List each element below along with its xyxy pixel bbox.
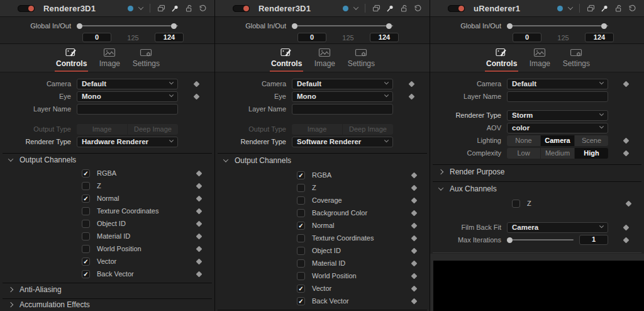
segment-camera[interactable]: Camera — [541, 135, 574, 146]
copy-icon[interactable] — [157, 4, 165, 13]
node-enable-toggle[interactable] — [448, 5, 465, 12]
lock-open-icon[interactable] — [400, 4, 408, 13]
checkbox[interactable] — [82, 220, 90, 228]
slider-handle[interactable] — [507, 237, 513, 243]
global-out-input[interactable]: 124 — [585, 33, 614, 42]
global-in-input[interactable]: 0 — [82, 33, 111, 42]
tab-controls[interactable]: Controls — [484, 45, 519, 72]
segment-image[interactable]: Image — [292, 124, 342, 135]
tab-controls[interactable]: Controls — [54, 45, 89, 72]
keyframe-diamond-icon[interactable] — [411, 235, 417, 241]
camera-select[interactable]: Default — [292, 79, 393, 89]
keyframe-diamond-icon[interactable] — [411, 222, 417, 229]
checkbox[interactable] — [297, 247, 305, 255]
section-output-channels[interactable]: Output Channels — [0, 154, 214, 166]
film-back-fit-select[interactable]: Camera — [507, 222, 608, 233]
keyframe-diamond-icon[interactable] — [196, 220, 202, 227]
keyframe-diamond-icon[interactable] — [411, 260, 417, 266]
checkbox[interactable] — [82, 232, 90, 240]
eye-select[interactable]: Mono — [77, 91, 178, 102]
keyframe-diamond-icon[interactable] — [193, 93, 199, 99]
segment-deep-image[interactable]: Deep Image — [343, 124, 393, 135]
checkbox[interactable] — [82, 245, 90, 253]
lock-open-icon[interactable] — [614, 4, 623, 13]
max-iterations-input[interactable]: 1 — [579, 235, 608, 245]
keyframe-diamond-icon[interactable] — [411, 273, 417, 279]
keyframe-diamond-icon[interactable] — [196, 233, 202, 239]
reset-icon[interactable] — [199, 4, 207, 13]
chevron-down-icon[interactable] — [353, 4, 358, 9]
max-iterations-slider[interactable] — [507, 235, 574, 245]
global-in-out-slider[interactable] — [292, 21, 393, 31]
keyframe-diamond-icon[interactable] — [411, 298, 417, 304]
pin-icon[interactable] — [171, 4, 179, 13]
aov-select[interactable]: color — [507, 123, 608, 133]
pin-icon[interactable] — [601, 4, 609, 13]
copy-icon[interactable] — [372, 4, 380, 13]
keyframe-diamond-icon[interactable] — [196, 271, 202, 277]
version-color-dot[interactable] — [128, 6, 133, 11]
camera-select[interactable]: Default — [77, 79, 178, 89]
checkbox[interactable] — [297, 184, 305, 192]
keyframe-diamond-icon[interactable] — [623, 224, 630, 230]
tab-image[interactable]: Image — [309, 45, 340, 72]
checkbox[interactable] — [512, 200, 520, 208]
keyframe-diamond-icon[interactable] — [411, 285, 417, 291]
global-in-out-slider[interactable] — [77, 21, 178, 31]
keyframe-diamond-icon[interactable] — [411, 210, 417, 216]
slider-handle-in[interactable] — [292, 23, 297, 29]
checkbox[interactable] — [82, 182, 90, 190]
layer-name-input[interactable] — [77, 104, 178, 115]
global-in-input[interactable]: 0 — [513, 33, 541, 42]
keyframe-diamond-icon[interactable] — [196, 208, 202, 214]
keyframe-diamond-icon[interactable] — [196, 195, 202, 201]
slider-handle-out[interactable] — [386, 23, 392, 29]
checkbox[interactable] — [297, 259, 305, 268]
checkbox[interactable]: ✓ — [297, 285, 305, 293]
keyframe-diamond-icon[interactable] — [408, 93, 414, 99]
node-enable-toggle[interactable] — [233, 5, 250, 12]
checkbox[interactable] — [297, 196, 305, 205]
eye-select[interactable]: Mono — [292, 91, 393, 102]
tab-settings[interactable]: Settings — [560, 45, 592, 72]
section-render-purpose[interactable]: Render Purpose — [430, 165, 644, 179]
layer-name-input[interactable] — [292, 104, 393, 115]
checkbox[interactable] — [297, 209, 305, 217]
reset-icon[interactable] — [628, 4, 636, 13]
global-out-input[interactable]: 124 — [155, 33, 184, 42]
node-enable-toggle[interactable] — [18, 5, 35, 12]
keyframe-diamond-icon[interactable] — [623, 137, 630, 144]
chevron-down-icon[interactable] — [138, 4, 143, 9]
checkbox[interactable]: ✓ — [82, 270, 90, 278]
renderer-type-select[interactable]: Software Renderer — [292, 137, 393, 147]
section-anti-aliasing[interactable]: Anti-Aliasing — [0, 283, 214, 295]
keyframe-diamond-icon[interactable] — [193, 81, 199, 87]
keyframe-diamond-icon[interactable] — [408, 81, 414, 87]
global-out-input[interactable]: 124 — [370, 33, 399, 42]
version-color-dot[interactable] — [557, 6, 563, 11]
segment-low[interactable]: Low — [507, 148, 540, 159]
keyframe-diamond-icon[interactable] — [196, 246, 202, 252]
slider-handle-in[interactable] — [77, 23, 82, 29]
renderer-type-select[interactable]: Storm — [507, 110, 608, 121]
segment-high[interactable]: High — [575, 148, 608, 159]
tab-settings[interactable]: Settings — [345, 45, 377, 72]
checkbox[interactable]: ✓ — [82, 257, 90, 266]
keyframe-diamond-icon[interactable] — [411, 184, 417, 191]
keyframe-diamond-icon[interactable] — [411, 197, 417, 203]
checkbox[interactable]: ✓ — [297, 297, 305, 305]
tab-image[interactable]: Image — [524, 45, 555, 72]
slider-handle-in[interactable] — [507, 23, 513, 29]
copy-icon[interactable] — [587, 4, 595, 13]
keyframe-diamond-icon[interactable] — [411, 172, 417, 178]
reset-icon[interactable] — [414, 4, 422, 13]
segment-scene[interactable]: Scene — [575, 135, 608, 146]
segment-image[interactable]: Image — [77, 124, 127, 135]
layer-name-input[interactable] — [507, 91, 608, 102]
renderer-type-select[interactable]: Hardware Renderer — [77, 137, 178, 147]
keyframe-diamond-icon[interactable] — [623, 237, 630, 243]
section-output-channels[interactable]: Output Channels — [215, 154, 430, 167]
section-accumulation-effects[interactable]: Accumulation Effects — [0, 299, 214, 311]
checkbox[interactable] — [82, 207, 90, 215]
camera-select[interactable]: Default — [507, 79, 608, 89]
